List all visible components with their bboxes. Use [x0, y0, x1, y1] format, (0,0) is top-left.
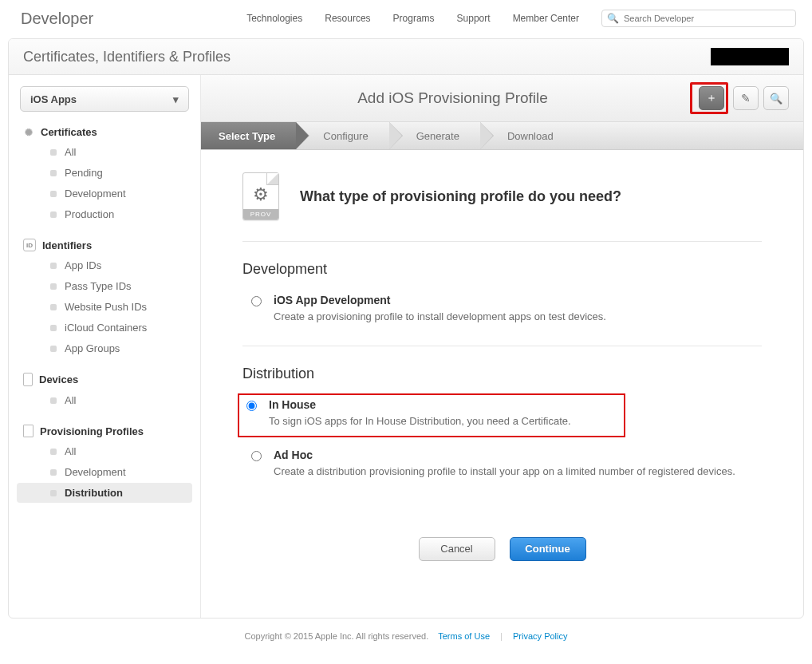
brand-label[interactable]: Developer	[21, 10, 93, 28]
nav-technologies[interactable]: Technologies	[246, 13, 302, 24]
option-ios-app-development[interactable]: iOS App Development Create a provisionin…	[242, 289, 762, 334]
page-title: Certificates, Identifiers & Profiles	[23, 49, 231, 65]
content-heading: What type of provisioning profile do you…	[300, 188, 621, 205]
sidebar-item-pass-type-ids[interactable]: Pass Type IDs	[17, 276, 192, 296]
plus-icon: ＋	[706, 91, 717, 105]
search-input[interactable]	[622, 13, 790, 24]
sidebar-item-app-groups[interactable]: App Groups	[17, 338, 192, 358]
main-header: Add iOS Provisioning Profile ＋ ✎ 🔍	[201, 75, 803, 122]
sidebar-group-title: Devices	[39, 374, 78, 385]
button-row: Cancel Continue	[242, 537, 762, 561]
option-desc: Create a provisioning profile to install…	[274, 310, 606, 325]
nav-resources[interactable]: Resources	[325, 13, 370, 24]
search-icon: 🔍	[770, 93, 782, 105]
continue-button[interactable]: Continue	[510, 537, 586, 561]
rosette-icon: ✺	[23, 127, 34, 138]
sidebar-group-devices: Devices All	[9, 370, 200, 410]
sidebar-group-provisioning: Provisioning Profiles All Development Di…	[9, 421, 200, 503]
step-generate[interactable]: Generate	[389, 122, 480, 149]
sidebar-item-website-push-ids[interactable]: Website Push IDs	[17, 297, 192, 317]
sidebar: iOS Apps ▾ ✺ Certificates All Pending De…	[9, 75, 201, 618]
section-distribution-title: Distribution	[242, 366, 762, 382]
nav-support[interactable]: Support	[457, 13, 491, 24]
intro-row: ⚙ PROV What type of provisioning profile…	[242, 164, 762, 242]
option-ad-hoc[interactable]: Ad Hoc Create a distribution provisionin…	[242, 444, 762, 489]
sidebar-item-cert-development[interactable]: Development	[17, 184, 192, 204]
sidebar-item-icloud-containers[interactable]: iCloud Containers	[17, 318, 192, 338]
option-title: iOS App Development	[274, 294, 606, 306]
sidebar-group-title: Provisioning Profiles	[40, 425, 144, 437]
cancel-button[interactable]: Cancel	[419, 537, 495, 561]
step-configure[interactable]: Configure	[296, 122, 388, 149]
add-button[interactable]: ＋	[699, 86, 724, 110]
radio-ad-hoc[interactable]	[251, 451, 262, 461]
divider	[242, 346, 762, 346]
step-download[interactable]: Download	[480, 122, 574, 149]
option-title: Ad Hoc	[274, 449, 735, 461]
search-button[interactable]: 🔍	[763, 86, 789, 110]
option-desc: Create a distribution provisioning profi…	[274, 464, 735, 480]
nav-member-center[interactable]: Member Center	[513, 13, 579, 24]
shell-header: Certificates, Identifiers & Profiles	[9, 39, 803, 75]
edit-icon: ✎	[741, 92, 751, 105]
gear-icon: ⚙	[253, 184, 269, 205]
id-icon: ID	[23, 239, 36, 251]
document-icon	[23, 425, 34, 437]
sidebar-group-certificates: ✺ Certificates All Pending Development P…	[9, 123, 200, 224]
option-title: In House	[269, 398, 571, 411]
wizard-steps: Select Type Configure Generate Download	[201, 122, 803, 150]
prov-tag: PROV	[243, 209, 278, 219]
sidebar-item-cert-pending[interactable]: Pending	[17, 163, 192, 183]
sidebar-item-prov-distribution[interactable]: Distribution	[17, 483, 192, 503]
chevron-down-icon: ▾	[173, 93, 179, 105]
main-title: Add iOS Provisioning Profile	[215, 89, 690, 107]
main-panel: Add iOS Provisioning Profile ＋ ✎ 🔍 Selec…	[201, 75, 803, 618]
page-shell: Certificates, Identifiers & Profiles iOS…	[8, 38, 804, 619]
radio-in-house[interactable]	[246, 401, 257, 411]
platform-select-label: iOS Apps	[30, 93, 77, 105]
sidebar-group-title: Identifiers	[42, 239, 92, 251]
nav-programs[interactable]: Programs	[393, 13, 435, 24]
search-field-wrap[interactable]: 🔍	[601, 10, 796, 27]
top-nav-links: Technologies Resources Programs Support …	[246, 13, 579, 24]
option-in-house[interactable]: In House To sign iOS apps for In House D…	[238, 393, 625, 437]
section-development-title: Development	[242, 261, 762, 278]
search-icon: 🔍	[607, 13, 619, 24]
main-content: ⚙ PROV What type of provisioning profile…	[201, 150, 803, 583]
sidebar-item-app-ids[interactable]: App IDs	[17, 255, 192, 275]
sidebar-item-devices-all[interactable]: All	[17, 390, 192, 410]
footer-privacy[interactable]: Privacy Policy	[513, 631, 567, 641]
sidebar-item-cert-production[interactable]: Production	[17, 204, 192, 224]
sidebar-item-prov-development[interactable]: Development	[17, 462, 192, 482]
account-badge[interactable]	[711, 48, 789, 65]
top-nav: Developer Technologies Resources Program…	[0, 0, 812, 34]
footer-terms[interactable]: Terms of Use	[438, 631, 490, 641]
edit-button[interactable]: ✎	[733, 86, 759, 110]
footer: Copyright © 2015 Apple Inc. All rights r…	[0, 619, 812, 657]
sidebar-group-title: Certificates	[41, 126, 97, 138]
step-select-type[interactable]: Select Type	[201, 122, 296, 149]
sidebar-item-prov-all[interactable]: All	[17, 441, 192, 461]
radio-ios-app-development[interactable]	[251, 296, 262, 306]
platform-select[interactable]: iOS Apps ▾	[20, 86, 189, 112]
copyright-text: Copyright © 2015 Apple Inc. All rights r…	[245, 631, 429, 641]
provisioning-file-icon: ⚙ PROV	[242, 172, 279, 220]
sidebar-group-identifiers: ID Identifiers App IDs Pass Type IDs Web…	[9, 235, 200, 358]
device-icon	[23, 373, 33, 386]
add-button-highlight: ＋	[690, 82, 728, 114]
option-desc: To sign iOS apps for In House Distributi…	[269, 414, 571, 429]
sidebar-item-cert-all[interactable]: All	[17, 142, 192, 162]
